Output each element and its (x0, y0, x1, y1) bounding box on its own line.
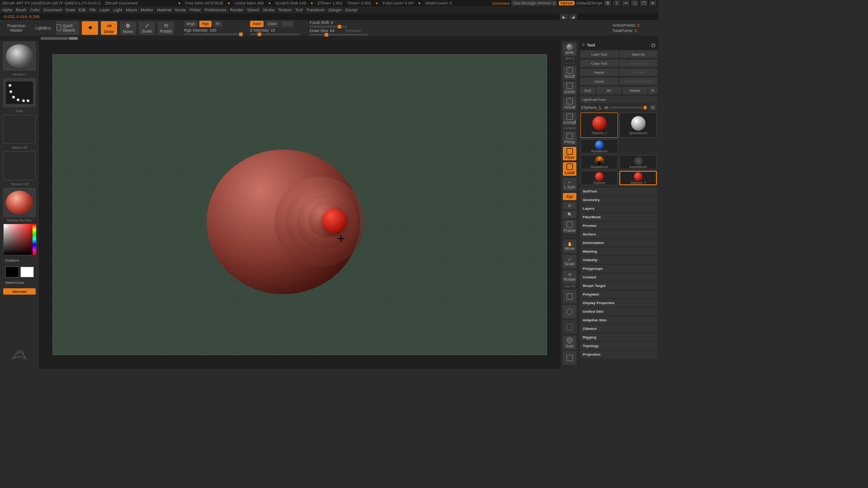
help-icon[interactable]: ? (613, 0, 620, 6)
section-polypaint[interactable]: Polypaint (580, 291, 657, 298)
quicksketch-button[interactable]: Quick Sketch (57, 21, 79, 35)
section-rigging[interactable]: Rigging (580, 333, 657, 341)
close-icon[interactable]: ✕ (649, 0, 656, 6)
section-display-properties[interactable]: Display Properties (580, 299, 657, 307)
minimize-icon[interactable]: ━ (622, 0, 629, 6)
section-polygroups[interactable]: Polygroups (580, 265, 657, 272)
gear-icon[interactable]: ⚙ (604, 0, 611, 6)
alternate-button[interactable]: Alternate (3, 288, 36, 295)
polyframe-button[interactable] (563, 290, 576, 303)
tool-slider[interactable] (610, 107, 647, 108)
zadd-button[interactable]: Zadd (250, 21, 264, 27)
menu-preferences[interactable]: Preferences (204, 8, 226, 12)
menu-transform[interactable]: Transform (306, 8, 325, 12)
menu-movie[interactable]: Movie (175, 8, 186, 12)
menu-marker[interactable]: Marker (141, 8, 153, 12)
default-zscript[interactable]: DefaultZScript (576, 1, 602, 5)
stroke-slot[interactable] (3, 78, 36, 107)
menus-toggle[interactable]: Menus (559, 1, 575, 5)
section-unified-skin[interactable]: Unified Skin (580, 308, 657, 315)
save-as-button[interactable]: Save As (619, 51, 658, 58)
focal-shift-slider[interactable] (310, 26, 347, 28)
menu-layer[interactable]: Layer (99, 8, 110, 12)
tool-thumb-alphabrush[interactable]: AlphaBrush (580, 139, 618, 154)
goz-button[interactable]: GoZ (580, 87, 595, 94)
z-intensity-slider[interactable] (250, 33, 300, 35)
lsym-button[interactable]: ↔L.Sym (563, 178, 576, 191)
floor-button[interactable]: Floor (563, 147, 576, 160)
section-surface[interactable]: Surface (580, 230, 657, 238)
menu-stencil[interactable]: Stencil (247, 8, 259, 12)
actual-button[interactable]: Actual (563, 97, 576, 110)
menu-zplugin[interactable]: Zplugin (328, 8, 342, 12)
edit-button[interactable]: ✦ (82, 21, 98, 35)
menu-document[interactable]: Document (43, 8, 62, 12)
tool-thumb-simplebrush[interactable]: SimpleBrush (580, 155, 618, 169)
menu-alpha[interactable]: Alpha (2, 8, 12, 12)
menu-light[interactable]: Light (113, 8, 123, 12)
brush-slot[interactable] (3, 42, 36, 70)
draw-button[interactable]: ✏ Draw (101, 21, 117, 35)
tool-thumb-eraserbrush[interactable]: EraserBrush (619, 155, 657, 169)
menu-file[interactable]: File (90, 8, 96, 12)
section-adaptive-skin[interactable]: Adaptive Skin (580, 316, 657, 324)
menu-picker[interactable]: Picker (189, 8, 201, 12)
zsphere-object[interactable] (207, 150, 369, 303)
projection-master-button[interactable]: Projection Master (3, 21, 30, 35)
bpr-button[interactable]: BPR (563, 42, 576, 56)
make-polymesh-button[interactable]: Make PolyMesh3D (619, 78, 658, 85)
mrgb-button[interactable]: Mrgb (184, 21, 198, 27)
move-button[interactable]: ✥ Move (120, 21, 136, 35)
menu-color[interactable]: Color (30, 8, 40, 12)
section-preview[interactable]: Preview (580, 222, 657, 230)
restore-icon[interactable]: ❐ (640, 0, 647, 6)
xyz-button[interactable]: Xyz (563, 193, 576, 200)
primary-color-swatch[interactable] (20, 267, 34, 277)
export-button[interactable]: Export (619, 69, 658, 76)
zsub-button[interactable]: Zsub (265, 21, 279, 27)
persp-button[interactable]: Persp (563, 131, 576, 145)
section-masking[interactable]: Masking (580, 248, 657, 255)
lightbox-button[interactable]: LightBox (33, 21, 54, 35)
transpose-move-button[interactable]: ✋Move (563, 239, 576, 253)
tool-thumb-spherebrush[interactable]: SphereBrush (619, 113, 657, 138)
gradient-button[interactable]: Gradient (3, 258, 36, 263)
tool-thumb-zsphere1b[interactable]: ZSphere_1 (619, 171, 657, 185)
transp-button[interactable] (563, 305, 576, 319)
zcut-button[interactable]: Zcut (281, 21, 293, 27)
transpose-scale-button[interactable]: ⤢Scale (563, 255, 576, 268)
copy-tool-button[interactable]: Copy Tool (580, 60, 618, 67)
viewport[interactable] (52, 54, 547, 355)
section-topology[interactable]: Topology (580, 342, 657, 350)
paste-tool-button[interactable]: Paste Tool (619, 60, 658, 67)
draw-size-slider[interactable] (310, 34, 368, 36)
section-projection[interactable]: Projection (580, 351, 657, 358)
transpose-rotate-button[interactable]: ⟲Rotate (563, 270, 576, 284)
goz-r-button[interactable]: R (648, 87, 657, 94)
aahalf-button[interactable]: AAHalf (563, 112, 576, 126)
menu-material[interactable]: Material (157, 8, 171, 12)
dynamic-label[interactable]: Dynamic (345, 28, 361, 33)
menu-tool[interactable]: Tool (295, 8, 303, 12)
import-button[interactable]: Import (580, 69, 618, 76)
section-subtool[interactable]: SubTool (580, 188, 657, 195)
frame-button[interactable]: Frame (563, 220, 576, 234)
section-deformation[interactable]: Deformation (580, 239, 657, 247)
m-button[interactable]: M (213, 21, 222, 27)
solo-button[interactable]: Solo (563, 336, 576, 349)
tool-thumb-zsphere[interactable]: ZSphere (580, 171, 618, 185)
material-slot[interactable] (3, 188, 36, 217)
rotate-button[interactable]: ⟲ Rotate (158, 21, 174, 35)
zoom-extents-button[interactable]: 🔍 (563, 211, 576, 218)
goz-all-button[interactable]: All (596, 87, 622, 94)
collapse-icon[interactable]: ◢ (569, 14, 577, 19)
quicksave-button[interactable]: QuickSave (492, 1, 510, 5)
switchcolor-button[interactable]: SwitchColor (3, 280, 36, 286)
history-strip[interactable] (0, 36, 658, 41)
menu-stroke[interactable]: Stroke (263, 8, 274, 12)
hue-slider[interactable] (33, 224, 36, 255)
section-contact[interactable]: Contact (580, 273, 657, 281)
menu-draw[interactable]: Draw (66, 8, 75, 12)
alpha-slot[interactable] (3, 115, 36, 144)
clone-button[interactable]: Clone (580, 78, 618, 85)
